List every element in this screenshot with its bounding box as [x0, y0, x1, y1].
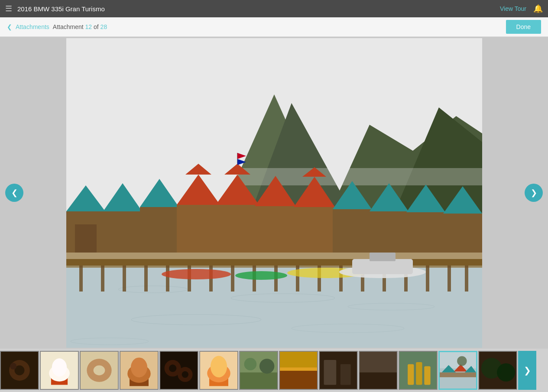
thumbnail-item-5[interactable]	[159, 351, 198, 390]
svg-rect-33	[465, 266, 468, 292]
done-button[interactable]: Done	[506, 20, 541, 34]
main-image-container	[66, 38, 482, 348]
svg-point-79	[94, 366, 105, 376]
thumbnail-item-3[interactable]	[80, 351, 119, 390]
svg-rect-18	[144, 266, 148, 292]
svg-rect-99	[280, 367, 317, 371]
page-title: 2016 BMW 335i Gran Turismo	[17, 5, 105, 13]
svg-rect-106	[408, 364, 414, 385]
top-nav-right: View Tour 🔔	[500, 4, 543, 13]
svg-rect-37	[103, 211, 142, 253]
next-arrow-icon: ❯	[531, 188, 537, 198]
svg-rect-15	[79, 266, 83, 292]
thumbnail-item-6[interactable]	[199, 351, 238, 390]
svg-rect-108	[424, 366, 430, 385]
main-image-svg	[66, 38, 482, 348]
hamburger-menu-icon[interactable]: ☰	[5, 4, 12, 13]
svg-rect-94	[240, 373, 277, 389]
svg-point-92	[211, 356, 227, 378]
svg-rect-44	[216, 205, 259, 253]
svg-point-88	[182, 371, 188, 378]
svg-rect-49	[294, 207, 335, 253]
thumbnail-item-7[interactable]	[239, 351, 278, 390]
thumbnail-item-2[interactable]	[40, 351, 79, 390]
svg-rect-65	[370, 253, 396, 261]
svg-rect-14	[66, 259, 482, 266]
svg-rect-17	[123, 266, 126, 292]
svg-rect-54	[370, 211, 409, 253]
sub-header: ❮ Attachments Attachment 12 of 28 Done	[0, 17, 548, 37]
svg-point-83	[131, 357, 147, 377]
attachment-info: Attachment 12 of 28	[53, 23, 107, 30]
svg-point-60	[162, 269, 231, 279]
svg-rect-98	[280, 368, 317, 389]
thumbnail-item-9[interactable]	[319, 351, 358, 390]
svg-rect-58	[443, 214, 482, 253]
thumbnail-item-4[interactable]	[120, 351, 159, 390]
top-nav-bar: ☰ 2016 BMW 335i Gran Turismo View Tour 🔔	[0, 0, 548, 17]
main-image-area: ❮	[0, 37, 548, 349]
svg-rect-31	[426, 266, 429, 292]
svg-rect-16	[101, 266, 104, 292]
svg-rect-47	[255, 206, 296, 253]
prev-arrow-icon: ❮	[11, 188, 18, 198]
svg-point-96	[259, 359, 274, 373]
svg-rect-102	[340, 364, 351, 385]
notification-bell-icon[interactable]: 🔔	[533, 4, 543, 13]
thumbnail-item-11[interactable]	[399, 351, 438, 390]
svg-rect-111	[440, 373, 476, 377]
next-image-button[interactable]: ❯	[525, 184, 543, 202]
svg-rect-64	[352, 259, 413, 274]
view-tour-link[interactable]: View Tour	[500, 5, 526, 12]
top-nav-left: ☰ 2016 BMW 335i Gran Turismo	[5, 4, 105, 13]
thumbnail-item-1[interactable]	[0, 351, 39, 390]
svg-rect-101	[324, 360, 337, 385]
svg-point-61	[235, 271, 287, 280]
svg-rect-41	[177, 205, 220, 253]
svg-rect-56	[406, 212, 445, 253]
svg-point-118	[497, 363, 515, 382]
thumbnail-next-icon: ❯	[524, 365, 531, 376]
svg-point-115	[457, 356, 467, 366]
svg-rect-22	[231, 266, 234, 292]
prev-image-button[interactable]: ❮	[5, 184, 23, 202]
thumbnail-item-12-active[interactable]	[438, 351, 477, 390]
svg-rect-39	[140, 207, 179, 253]
svg-rect-52	[333, 209, 372, 253]
thumbnail-item-10[interactable]	[359, 351, 398, 390]
thumbnail-item-8[interactable]	[279, 351, 318, 390]
thumbnail-next-button[interactable]: ❯	[518, 351, 536, 390]
thumbnail-strip: ❯	[0, 349, 548, 392]
svg-rect-107	[416, 362, 422, 385]
svg-rect-5	[218, 168, 482, 185]
svg-point-95	[244, 358, 257, 370]
thumbnail-item-13[interactable]	[478, 351, 517, 390]
svg-rect-32	[447, 266, 451, 292]
svg-rect-19	[166, 266, 169, 292]
attachments-link[interactable]: Attachments	[16, 23, 49, 30]
thumbnail-scroll-container: ❯	[0, 351, 536, 390]
svg-rect-36	[75, 224, 97, 253]
svg-point-86	[169, 365, 176, 372]
breadcrumb: ❮ Attachments Attachment 12 of 28	[7, 23, 107, 30]
svg-point-76	[52, 358, 67, 376]
svg-rect-104	[360, 373, 397, 389]
back-chevron-icon: ❮	[7, 23, 12, 30]
svg-point-72	[10, 363, 16, 369]
